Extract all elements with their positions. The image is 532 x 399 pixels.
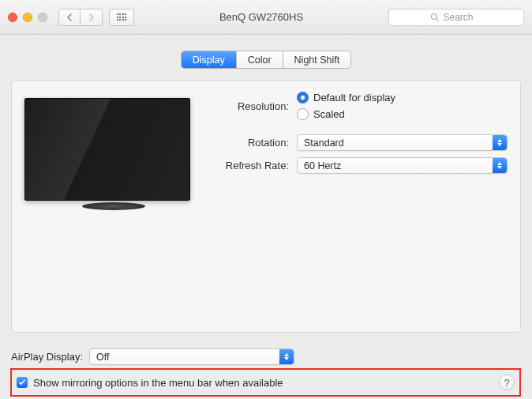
airplay-select[interactable]: Off [89, 348, 294, 365]
content-area: Display Color Night Shift Resolution: De… [0, 35, 532, 341]
resolution-scaled-option[interactable]: Scaled [297, 108, 395, 120]
resolution-label: Resolution: [221, 100, 297, 112]
refresh-select[interactable]: 60 Hertz [297, 157, 508, 174]
airplay-row: AirPlay Display: Off [11, 348, 521, 365]
dropdown-arrows-icon [279, 349, 294, 364]
tab-display[interactable]: Display [182, 51, 237, 68]
tab-color[interactable]: Color [237, 51, 283, 68]
forward-button[interactable] [81, 9, 103, 26]
resolution-default-option[interactable]: Default for display [297, 92, 395, 104]
panel-row: Resolution: Default for display Scaled [24, 92, 508, 210]
tab-night-shift[interactable]: Night Shift [283, 51, 351, 68]
dropdown-arrows-icon [493, 135, 507, 150]
refresh-value: 60 Hertz [304, 160, 341, 171]
back-button[interactable] [58, 9, 81, 26]
grid-icon [117, 13, 127, 21]
radio-unselected-icon [297, 108, 309, 120]
airplay-label: AirPlay Display: [11, 351, 83, 363]
rotation-select[interactable]: Standard [297, 134, 508, 151]
chevron-left-icon [66, 13, 73, 21]
resolution-options: Default for display Scaled [297, 92, 395, 120]
tabs-container: Display Color Night Shift [11, 51, 521, 69]
search-field[interactable] [388, 9, 524, 26]
monitor-image [24, 98, 190, 201]
search-input[interactable] [444, 12, 483, 23]
window-title: BenQ GW2760HS [140, 11, 382, 23]
chevron-right-icon [88, 13, 95, 21]
checkbox-checked-icon [17, 377, 28, 388]
titlebar: BenQ GW2760HS [0, 0, 532, 35]
airplay-value: Off [96, 352, 109, 363]
monitor-preview [24, 92, 202, 210]
nav-buttons [58, 9, 103, 26]
minimize-window-button[interactable] [23, 13, 32, 22]
search-icon [430, 13, 440, 22]
mirroring-label: Show mirroring options in the menu bar w… [33, 377, 283, 389]
rotation-row: Rotation: Standard [221, 134, 508, 151]
rotation-value: Standard [304, 137, 344, 149]
dropdown-arrows-icon [493, 158, 507, 173]
refresh-row: Refresh Rate: 60 Hertz [221, 157, 508, 174]
help-button[interactable]: ? [499, 375, 515, 390]
radio-selected-icon [297, 92, 309, 104]
resolution-row: Resolution: Default for display Scaled [221, 92, 508, 120]
bottom-area: AirPlay Display: Off Show mirroring opti… [0, 341, 532, 399]
monitor-stand [82, 202, 145, 210]
mirroring-checkbox-row[interactable]: Show mirroring options in the menu bar w… [17, 377, 283, 389]
maximize-window-button [38, 13, 47, 22]
close-window-button[interactable] [8, 13, 17, 22]
svg-line-1 [436, 18, 438, 21]
segmented-control: Display Color Night Shift [181, 51, 352, 69]
settings-panel: Resolution: Default for display Scaled [11, 80, 521, 333]
resolution-default-label: Default for display [313, 92, 395, 104]
rotation-label: Rotation: [221, 137, 297, 149]
resolution-scaled-label: Scaled [313, 108, 345, 120]
check-icon [18, 378, 26, 386]
settings-column: Resolution: Default for display Scaled [221, 92, 508, 210]
show-all-button[interactable] [109, 9, 134, 26]
refresh-label: Refresh Rate: [221, 160, 297, 171]
highlight-box: Show mirroring options in the menu bar w… [10, 368, 521, 397]
window-controls [8, 13, 47, 22]
